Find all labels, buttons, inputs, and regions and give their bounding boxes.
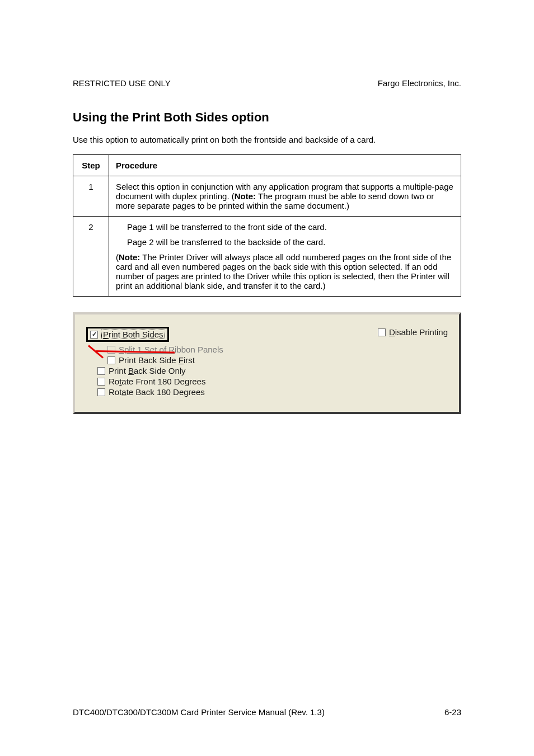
option-label: te Back 180 Degrees — [127, 387, 205, 397]
mnemonic: F — [179, 355, 184, 365]
proc-note-label: Note: — [119, 252, 140, 262]
col-header-procedure: Procedure — [109, 155, 461, 176]
proc-note-label: Note: — [235, 191, 256, 201]
footer-right: 6-23 — [444, 707, 461, 717]
step-number: 1 — [73, 176, 109, 217]
procedure-table: Step Procedure 1 Select this option in c… — [73, 154, 461, 297]
table-row: 1 Select this option in conjunction with… — [73, 176, 461, 217]
option-label: Print Back Side — [119, 355, 179, 365]
proc-text: Page 1 will be transferred to the front … — [116, 222, 454, 232]
col-header-step: Step — [73, 155, 109, 176]
mnemonic: P — [103, 330, 109, 339]
mnemonic: D — [389, 327, 395, 337]
checkbox-icon[interactable] — [107, 356, 115, 364]
option-label: ack Side Only — [134, 366, 186, 375]
option-label: irst — [184, 355, 195, 365]
page-header: RESTRICTED USE ONLY Fargo Electronics, I… — [73, 78, 461, 88]
option-label: Rot — [109, 387, 121, 397]
option-label: Ro — [109, 377, 119, 386]
print-back-side-only-option[interactable]: Print Back Side Only — [97, 367, 361, 375]
checkbox-icon[interactable] — [378, 328, 386, 336]
section-title: Using the Print Both Sides option — [73, 110, 461, 125]
intro-text: Use this option to automatically print o… — [73, 135, 461, 144]
rotate-front-180-option[interactable]: Rotate Front 180 Degrees — [97, 377, 361, 386]
option-label: rint Both Sides — [109, 330, 163, 339]
mnemonic: a — [121, 387, 126, 397]
option-label: ate Front 180 Degrees — [121, 377, 205, 386]
page-footer: DTC400/DTC300/DTC300M Card Printer Servi… — [73, 707, 461, 717]
procedure-cell: Select this option in conjunction with a… — [109, 176, 461, 217]
footer-left: DTC400/DTC300/DTC300M Card Printer Servi… — [73, 707, 325, 717]
step-number: 2 — [73, 217, 109, 297]
checkbox-icon[interactable] — [97, 378, 105, 386]
procedure-cell: Page 1 will be transferred to the front … — [109, 217, 461, 297]
rotate-back-180-option[interactable]: Rotate Back 180 Degrees — [97, 388, 361, 396]
print-back-side-first-option[interactable]: Print Back Side First — [107, 356, 361, 364]
proc-text: The Printer Driver will always place all… — [116, 252, 451, 290]
table-row: 2 Page 1 will be transferred to the fron… — [73, 217, 461, 297]
print-both-sides-option[interactable]: Print Both Sides — [86, 327, 361, 342]
option-label: ibbon Panels — [175, 345, 223, 354]
checkbox-icon[interactable] — [90, 331, 98, 339]
header-right: Fargo Electronics, Inc. — [378, 78, 461, 88]
proc-text: Page 2 will be transferred to the backsi… — [116, 237, 454, 247]
mnemonic: B — [128, 366, 134, 375]
checkbox-icon[interactable] — [97, 388, 105, 396]
disable-printing-option[interactable]: Disable Printing — [378, 328, 448, 336]
header-left: RESTRICTED USE ONLY — [73, 78, 171, 88]
checkbox-icon[interactable] — [97, 367, 105, 375]
option-label: isable Printing — [395, 327, 448, 337]
print-options-dialog: Print Both Sides Split 1 Set of Ribbon P… — [73, 312, 461, 414]
option-label: Print — [109, 366, 128, 375]
